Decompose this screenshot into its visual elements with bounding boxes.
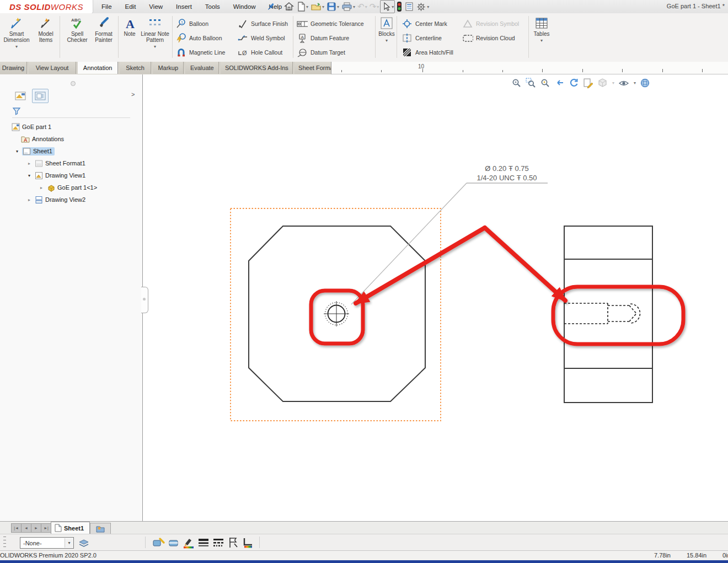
tab-markup[interactable]: Markup [153, 62, 184, 74]
geometric-tolerance-button[interactable]: Geometric Tolerance [297, 17, 364, 31]
tree-item-drawing-view2[interactable]: ▸ Drawing View2 [0, 194, 141, 206]
menu-edit[interactable]: Edit [119, 0, 143, 13]
dropdown-arrow-icon[interactable]: ▾ [353, 4, 355, 9]
menu-view[interactable]: View [142, 0, 169, 13]
tab-drawing[interactable]: Drawing [0, 62, 27, 74]
blocks-button[interactable]: Blocks ▾ [377, 15, 396, 60]
display-pane-tab[interactable] [32, 89, 49, 103]
dropdown-arrow-icon[interactable]: ▾ [322, 4, 324, 9]
side-view[interactable] [564, 226, 652, 403]
tables-button[interactable]: Tables ▾ [531, 15, 553, 60]
datum-feature-button[interactable]: ADatum Feature [297, 31, 364, 45]
format-painter-button[interactable]: Format Painter [90, 15, 117, 60]
hole-callout-line1[interactable]: Ø 0.20 Ŧ 0.75 [485, 164, 529, 173]
panel-splitter-handle[interactable] [71, 81, 76, 86]
dropdown-arrow-icon[interactable]: ▾ [540, 38, 543, 43]
open-button[interactable]: ▾ [309, 1, 325, 13]
line-style-icon[interactable] [212, 536, 225, 549]
panel-collapse-handle[interactable] [141, 287, 148, 313]
area-hatch-fill-button[interactable]: Area Hatch/Fill [402, 45, 453, 60]
add-sheet-tab[interactable] [90, 523, 111, 534]
first-sheet-button[interactable]: |◄ [11, 523, 22, 533]
surface-finish-button[interactable]: Surface Finish [237, 17, 288, 31]
weld-symbol-icon [237, 33, 248, 44]
print-button[interactable]: ▾ [340, 1, 356, 13]
spell-checker-button[interactable]: ABC Spell Checker [64, 15, 90, 60]
prev-sheet-button[interactable]: ◄ [21, 523, 31, 533]
new-document-button[interactable]: ▾ [296, 1, 309, 13]
dropdown-arrow-icon[interactable]: ▾ [65, 538, 73, 548]
tree-item-root[interactable]: GoE part 1 [0, 121, 141, 133]
collapse-arrow-icon[interactable]: ▸ [26, 161, 32, 166]
model-items-button[interactable]: Model Items [33, 15, 58, 60]
redo-button[interactable]: ↷▾ [368, 1, 381, 13]
hole-callout-line2[interactable]: 1/4-20 UNC Ŧ 0.50 [477, 174, 537, 182]
feature-tree-tab[interactable] [12, 89, 29, 103]
expand-arrow-icon[interactable]: ▾ [26, 173, 32, 178]
centerline-button[interactable]: Centerline [402, 31, 453, 45]
dropdown-arrow-icon[interactable]: ▾ [154, 44, 156, 49]
edit-markup-pen-icon[interactable] [152, 536, 165, 549]
tab-sketch[interactable]: Sketch [120, 62, 151, 74]
smart-dimension-button[interactable]: Smart Dimension ▾ [1, 15, 32, 60]
center-mark-button[interactable]: Center Mark [402, 17, 453, 31]
tree-item-part1[interactable]: ▸ GoE part 1<1> [0, 181, 141, 194]
drawing-sheet[interactable]: Ø 0.20 Ŧ 0.75 1/4-20 UNC Ŧ 0.50 [143, 74, 728, 521]
select-tool-button[interactable]: ▾ [380, 0, 395, 13]
line-thickness-icon[interactable] [197, 536, 210, 549]
tab-solidworks-addins[interactable]: SOLIDWORKS Add-Ins [221, 62, 293, 74]
dropdown-arrow-icon[interactable]: ▾ [392, 4, 394, 9]
performance-traffic-light-icon[interactable] [395, 1, 404, 13]
centerline-group: Center Mark Centerline Area Hatch/Fill [402, 17, 453, 60]
tree-item-annotations[interactable]: A Annotations [0, 133, 141, 145]
collapse-arrow-icon[interactable]: ▸ [26, 197, 32, 202]
weld-symbol-button[interactable]: Weld Symbol [237, 31, 288, 45]
menu-file[interactable]: File [95, 0, 119, 13]
line-color-pen-icon[interactable] [182, 536, 195, 549]
panel-collapse-chevron[interactable]: > [131, 91, 135, 98]
magnetic-line-button[interactable]: Magnetic Line [175, 45, 225, 60]
linear-note-pattern-icon [148, 15, 162, 31]
filter-funnel-icon[interactable] [12, 106, 21, 116]
revision-cloud-button[interactable]: Revision Cloud [462, 31, 519, 45]
tree-item-sheet-format1[interactable]: ▸ Sheet Format1 [0, 157, 141, 169]
last-sheet-button[interactable]: ►| [41, 523, 51, 533]
hide-show-edges-icon[interactable] [227, 536, 240, 549]
document-properties-button[interactable] [404, 1, 415, 13]
menu-window[interactable]: Window [227, 0, 263, 13]
dropdown-arrow-icon[interactable]: ▾ [337, 4, 339, 9]
diameter-glyph: Ø [242, 50, 247, 56]
dropdown-arrow-icon[interactable]: ▾ [427, 4, 429, 9]
save-button[interactable]: ▾ [325, 1, 340, 13]
linear-note-pattern-button[interactable]: Linear Note Pattern ▾ [139, 15, 171, 60]
next-sheet-button[interactable]: ► [31, 523, 41, 533]
sheet1-tab[interactable]: Sheet1 [51, 522, 90, 534]
color-display-mode-icon[interactable] [242, 536, 255, 549]
pin-menu-icon[interactable] [266, 2, 276, 12]
tab-view-layout[interactable]: View Layout [29, 62, 76, 74]
tree-item-drawing-view1[interactable]: ▾ Drawing View1 [0, 169, 141, 181]
layer-dropdown[interactable]: -None- ▾ [20, 537, 74, 549]
balloon-button[interactable]: 1Balloon [175, 17, 225, 31]
dropdown-arrow-icon[interactable]: ▾ [386, 38, 388, 43]
note-button[interactable]: A Note [120, 15, 139, 60]
datum-target-button[interactable]: Datum Target [297, 45, 364, 60]
home-button[interactable] [282, 1, 296, 13]
options-gear-button[interactable]: ▾ [415, 1, 430, 13]
menu-tools[interactable]: Tools [199, 0, 227, 13]
tab-annotation[interactable]: Annotation [78, 62, 118, 74]
undo-button[interactable]: ↶▾ [356, 1, 368, 13]
menu-insert[interactable]: Insert [169, 0, 199, 13]
drawing-canvas[interactable]: ▾ ▾ Ø 0.20 Ŧ 0.75 1/4-20 UNC Ŧ 0.50 [143, 74, 728, 521]
toolbar-separator [145, 537, 146, 548]
layer-properties-icon[interactable] [77, 536, 90, 549]
expand-arrow-icon[interactable]: ▾ [14, 149, 20, 154]
eraser-icon[interactable] [167, 536, 180, 549]
dropdown-arrow-icon[interactable]: ▾ [15, 44, 18, 49]
collapse-arrow-icon[interactable]: ▸ [39, 185, 44, 190]
dropdown-arrow-icon[interactable]: ▾ [306, 4, 308, 9]
hole-callout-button[interactable]: ØHole Callout [237, 45, 288, 60]
tab-evaluate[interactable]: Evaluate [185, 62, 219, 74]
auto-balloon-button[interactable]: Auto Balloon [175, 31, 225, 45]
tree-item-sheet1[interactable]: ▾ Sheet1 [0, 145, 141, 157]
